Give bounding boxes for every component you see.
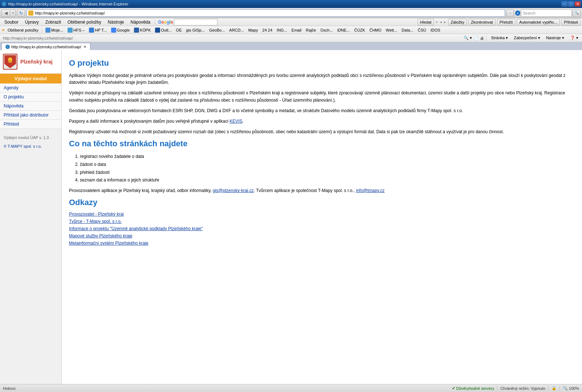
main-content: O projektu Aplikace Výdejní modul geodat… [62, 50, 582, 384]
fav-csu[interactable]: ČSÚ [416, 28, 428, 33]
sidebar-version: Výdejní modul ÚAP v. 1.3 [0, 132, 61, 143]
fav-2424[interactable]: 24 24 [261, 28, 274, 33]
fav-geobo[interactable]: GeoBo... [207, 28, 227, 33]
fav-hpt[interactable]: HP T... [87, 27, 109, 33]
search-bar[interactable]: Search [521, 9, 572, 17]
fav-arcd[interactable]: ARCD... [227, 28, 245, 33]
zalozky-btn[interactable]: Záložky [448, 19, 467, 25]
tab-icon [5, 45, 10, 49]
fav-usch[interactable]: Üsch... [318, 28, 334, 33]
section2-title: Co na těchto stránkách najdete [69, 139, 575, 148]
sidebar: Plzeňský kraj Výdejní modul Agendy O pro… [0, 50, 62, 384]
link-informace[interactable]: Informace o projektu "Územně analytické … [69, 226, 575, 231]
fav-separator [42, 27, 42, 33]
menu-separator [155, 19, 155, 25]
forward-dropdown[interactable]: ▾ [11, 9, 16, 17]
url-text[interactable]: http://mapy.kr-plzensky.cz/twist/ost/uap… [35, 11, 105, 15]
nastroje-cmd-btn[interactable]: Nástroje ▾ [544, 35, 566, 41]
tab-bar: http://mapy.kr-plzensky.cz/twist/ost/uap… [0, 42, 582, 50]
browser-content: Plzeňský kraj Výdejní modul Agendy O pro… [0, 50, 582, 384]
title-bar: http://mapy.kr-plzensky.cz/twist/ost/uap… [0, 0, 582, 8]
menu-upravy[interactable]: Úpravy [22, 19, 42, 25]
fav-wett[interactable]: Wett... [384, 28, 399, 33]
fav-google[interactable]: Google [109, 27, 131, 33]
kevis-link[interactable]: KEVIS [229, 119, 242, 124]
contact-para: Provozovatelem aplikace je Plzeňský kraj… [69, 187, 575, 194]
fav-oblibene[interactable]: Oblíbené položky [6, 28, 40, 33]
sidebar-item-prihlasit-distributor[interactable]: Přihlásit jako distributor [0, 111, 61, 120]
link-metainfo[interactable]: Metainformační systém Plzeňského kraje [69, 241, 575, 246]
gis-email-link[interactable]: gis@plzensky-kraj.cz [213, 188, 254, 193]
fav-idne[interactable]: iDNE... [335, 28, 352, 33]
fav-email[interactable]: Email [290, 28, 304, 33]
tab-main[interactable]: http://mapy.kr-plzensky.cz/twist/ost/uap… [1, 43, 90, 50]
link-mapove[interactable]: Mapové služby Plzeňského kraje [69, 233, 575, 238]
para-5: Registrovaný uživatel má možnosti si zvo… [69, 128, 575, 135]
close-button[interactable]: ✕ [575, 1, 581, 7]
section1-title: O projektu [69, 58, 575, 68]
sidebar-item-prihlasit[interactable]: Přihlásit [0, 120, 61, 129]
restore-button[interactable]: □ [568, 1, 574, 7]
tab-close-icon[interactable]: ✕ [84, 45, 86, 49]
autofill-btn[interactable]: Automatické vyplño... [517, 19, 560, 25]
fav-cuzk[interactable]: ČÚZK [353, 28, 367, 33]
google-search-input[interactable] [174, 19, 217, 25]
prihlasit-menubar-btn[interactable]: Přihlásit [561, 19, 581, 25]
command-bar: http://mapy.kr-plzensky.cz/twist/ost/uap… [0, 34, 582, 42]
info-email-link[interactable]: info@tmapy.cz [356, 188, 385, 193]
links-list: Provozovatel - Plzeňský kraj Tvůrce - T-… [69, 212, 575, 246]
fav-chmu[interactable]: ČHMÚ [367, 28, 383, 33]
page-icon [28, 11, 33, 16]
menu-soubor[interactable]: Soubor [1, 19, 21, 25]
para-3: Geodata jsou poskytována ve vektorových … [69, 107, 575, 114]
menu-zobrazit[interactable]: Zobrazit [42, 19, 64, 25]
para-1: Aplikace Výdejní modul geodat je primárn… [69, 72, 575, 86]
refresh-button[interactable]: ↻ [17, 9, 25, 17]
back-button[interactable]: ◀ [1, 9, 10, 17]
search-placeholder: Search [523, 11, 536, 15]
sidebar-item-napoveda[interactable]: Nápověda [0, 102, 61, 111]
sidebar-item-o-projektu[interactable]: O projektu [0, 93, 61, 102]
stranka-btn[interactable]: Stránka ▾ [489, 35, 510, 41]
sidebar-copyright[interactable]: © T-MAPY spol. s r.o. [0, 143, 61, 150]
menu-oblibene[interactable]: Oblíbené položky [65, 19, 104, 25]
fav-ing[interactable]: ING... [275, 28, 289, 33]
fav-moje[interactable]: Moje... [44, 27, 65, 33]
fav-kupk[interactable]: KŮPK [132, 27, 152, 33]
fav-idos[interactable]: IDOS [429, 28, 442, 33]
sidebar-item-agendy[interactable]: Agendy [0, 83, 61, 93]
fav-data[interactable]: Data... [400, 28, 415, 33]
list-item-4: seznam dat a informace o jejich struktuř… [80, 176, 575, 184]
hledat-btn[interactable]: Hledat [418, 19, 434, 25]
section3-title: Odkazy [69, 198, 575, 207]
menu-nastroje[interactable]: Nástroje [105, 19, 127, 25]
fav-mapy[interactable]: Mapy [247, 28, 260, 33]
zabezpeceni-btn[interactable]: Zabezpečení ▾ [512, 35, 542, 41]
help-btn[interactable]: ❓ ▾ [568, 35, 581, 41]
prelozit-btn[interactable]: Přeložit [497, 19, 516, 25]
zkontrolovat-btn[interactable]: Zkontrolovat [468, 19, 496, 25]
menu-bar: Soubor Úpravy Zobrazit Oblíbené položky … [0, 18, 582, 26]
address-bar[interactable]: http://mapy.kr-plzensky.cz/twist/ost/uap… [27, 9, 505, 17]
fav-hfs[interactable]: HFS – [66, 27, 86, 33]
go-button[interactable]: → [506, 9, 514, 17]
para-4: Paspory a další informace k poskytovaným… [69, 118, 575, 125]
live-search-icon: e [515, 11, 520, 16]
fav-rajce[interactable]: Rajče [304, 28, 318, 33]
fav-oe[interactable]: OE [174, 28, 184, 33]
link-provozovatel[interactable]: Provozovatel - Plzeňský kraj [69, 212, 575, 217]
section2-list: registraci nového žadatele o data žádost… [80, 153, 575, 184]
fav-gisp[interactable]: gis GISp... [184, 28, 207, 33]
fav-outlook[interactable]: Outl... [153, 27, 173, 33]
tab-label: http://mapy.kr-plzensky.cz/twist/ost/uap… [11, 45, 81, 49]
menu-napoveda[interactable]: Nápověda [128, 19, 154, 25]
search-button[interactable]: 🔍 [573, 9, 581, 17]
browser-icon [1, 1, 7, 7]
sidebar-menu-header: Výdejní modul [0, 74, 61, 83]
minimize-button[interactable]: ─ [562, 1, 567, 7]
list-item-1: registraci nového žadatele o data [80, 153, 575, 161]
sidebar-logo: Plzeňský kraj [0, 50, 61, 74]
list-item-2: žádost o data [80, 161, 575, 169]
link-tvurce[interactable]: Tvůrce - T-Mapy spol. s r.o. [69, 219, 575, 224]
nav-bar: ◀ ▾ ↻ http://mapy.kr-plzensky.cz/twist/o… [0, 8, 582, 18]
